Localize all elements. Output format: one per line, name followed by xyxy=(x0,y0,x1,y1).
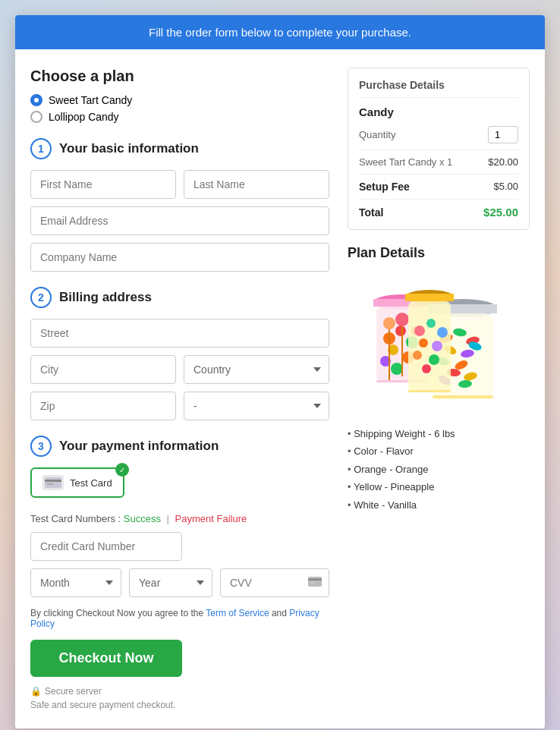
feature-2: Orange - Orange xyxy=(348,461,530,478)
candy-image-area xyxy=(348,270,530,414)
svg-point-43 xyxy=(437,327,448,338)
plan-options: Sweet Tart Candy Lollipop Candy xyxy=(30,94,329,123)
svg-point-19 xyxy=(383,317,395,329)
first-name-input[interactable] xyxy=(30,170,176,199)
month-select[interactable]: Month xyxy=(30,568,121,597)
svg-rect-4 xyxy=(308,579,322,581)
divider1 xyxy=(359,149,518,150)
terms-prefix: By clicking Checkout Now you agree to th… xyxy=(30,608,206,618)
radio-sweet-tart[interactable] xyxy=(30,94,42,106)
setup-label: Setup Fee xyxy=(359,181,410,193)
total-price: $25.00 xyxy=(483,206,518,219)
total-label: Total xyxy=(359,206,383,219)
state-select[interactable]: - xyxy=(184,392,329,420)
step1-title: Your basic information xyxy=(59,141,199,156)
cvv-wrap xyxy=(220,568,329,597)
payment-failure-link[interactable]: Payment Failure xyxy=(175,513,247,524)
cvv-card-icon xyxy=(308,576,322,590)
plan-features-list: Shipping Weight - 6 lbs Color - Flavor O… xyxy=(348,425,530,514)
last-name-input[interactable] xyxy=(184,170,329,199)
tos-link[interactable]: Term of Service xyxy=(206,608,269,618)
plan-option-sweet-tart[interactable]: Sweet Tart Candy xyxy=(30,94,329,106)
main-content: Choose a plan Sweet Tart Candy Lollipop … xyxy=(15,49,545,728)
test-card-label: Test Card xyxy=(70,477,112,489)
feature-1: Color - Flavor xyxy=(348,442,530,460)
step2-title: Billing address xyxy=(59,290,152,305)
secure-text: 🔒 Secure server xyxy=(30,686,329,697)
test-card-prefix: Test Card Numbers : xyxy=(30,513,121,524)
step3-header: 3 Your payment information xyxy=(30,436,329,457)
step3-circle: 3 xyxy=(30,436,52,457)
zip-input[interactable] xyxy=(30,392,176,420)
left-panel: Choose a plan Sweet Tart Candy Lollipop … xyxy=(30,68,348,710)
svg-rect-3 xyxy=(308,577,322,587)
right-panel: Purchase Details Candy Quantity Sweet Ta… xyxy=(348,68,530,710)
city-country-row: Country xyxy=(30,355,329,384)
svg-point-45 xyxy=(432,341,442,351)
total-row: Total $25.00 xyxy=(359,206,518,219)
separator: | xyxy=(167,513,169,524)
checkout-button[interactable]: Checkout Now xyxy=(30,640,182,677)
city-input[interactable] xyxy=(30,355,176,384)
radio-lollipop[interactable] xyxy=(30,111,42,123)
step1-circle: 1 xyxy=(30,138,52,159)
svg-point-17 xyxy=(395,313,409,326)
svg-rect-0 xyxy=(45,477,61,488)
success-link[interactable]: Success xyxy=(124,513,161,524)
year-select[interactable]: Year xyxy=(129,568,212,597)
lock-icon: 🔒 xyxy=(30,686,42,697)
plan-option-lollipop[interactable]: Lollipop Candy xyxy=(30,111,329,123)
banner-text: Fill the order form below to complete yo… xyxy=(149,26,411,39)
name-row xyxy=(30,170,329,199)
svg-rect-37 xyxy=(433,395,493,398)
choose-plan-title: Choose a plan xyxy=(30,68,329,85)
item-price-row: Sweet Tart Candy x 1 $20.00 xyxy=(359,156,518,168)
test-card-button[interactable]: Test Card ✓ xyxy=(30,467,124,498)
svg-point-16 xyxy=(391,363,403,375)
step2-header: 2 Billing address xyxy=(30,287,329,308)
email-input[interactable] xyxy=(30,206,329,235)
country-select[interactable]: Country xyxy=(184,355,329,384)
svg-point-46 xyxy=(413,351,422,360)
cc-number-input[interactable] xyxy=(30,532,182,561)
test-card-numbers-row: Test Card Numbers : Success | Payment Fa… xyxy=(30,513,329,524)
svg-point-42 xyxy=(426,319,436,328)
plan-details-title: Plan Details xyxy=(348,245,530,261)
feature-0: Shipping Weight - 6 lbs xyxy=(348,425,530,442)
svg-rect-5 xyxy=(310,582,315,584)
svg-rect-2 xyxy=(47,483,53,485)
svg-point-48 xyxy=(422,364,431,373)
setup-row: Setup Fee $5.00 xyxy=(359,181,518,193)
email-row xyxy=(30,206,329,235)
page-wrapper: Fill the order form below to complete yo… xyxy=(15,15,545,728)
terms-text: By clicking Checkout Now you agree to th… xyxy=(30,608,329,629)
card-icon xyxy=(42,475,64,490)
quantity-label: Quantity xyxy=(359,129,395,140)
company-input[interactable] xyxy=(30,243,329,272)
top-banner: Fill the order form below to complete yo… xyxy=(15,15,545,49)
selected-check-badge: ✓ xyxy=(115,463,129,477)
divider3 xyxy=(359,199,518,200)
checkout-label: Checkout Now xyxy=(58,650,153,665)
safe-text: Safe and secure payment checkout. xyxy=(30,700,329,710)
quantity-input[interactable] xyxy=(488,126,518,143)
street-row xyxy=(30,319,329,348)
plan-label-lollipop: Lollipop Candy xyxy=(49,111,119,123)
svg-rect-40 xyxy=(408,301,451,392)
street-input[interactable] xyxy=(30,319,329,348)
step2-circle: 2 xyxy=(30,287,52,308)
svg-rect-49 xyxy=(408,390,451,392)
feature-3: Yellow - Pineapple xyxy=(348,478,530,496)
terms-and: and xyxy=(269,608,290,618)
purchase-details-title: Purchase Details xyxy=(359,79,518,98)
svg-rect-39 xyxy=(405,294,454,301)
item-label: Sweet Tart Candy x 1 xyxy=(359,156,452,168)
step1-header: 1 Your basic information xyxy=(30,138,329,159)
cvv-row: Month Year xyxy=(30,568,329,597)
setup-price: $5.00 xyxy=(493,181,518,193)
candy-label: Candy xyxy=(359,105,518,118)
secure-label: Secure server xyxy=(45,686,102,697)
svg-point-10 xyxy=(395,326,406,336)
svg-point-47 xyxy=(429,354,439,365)
payment-methods: Test Card ✓ xyxy=(30,467,329,507)
